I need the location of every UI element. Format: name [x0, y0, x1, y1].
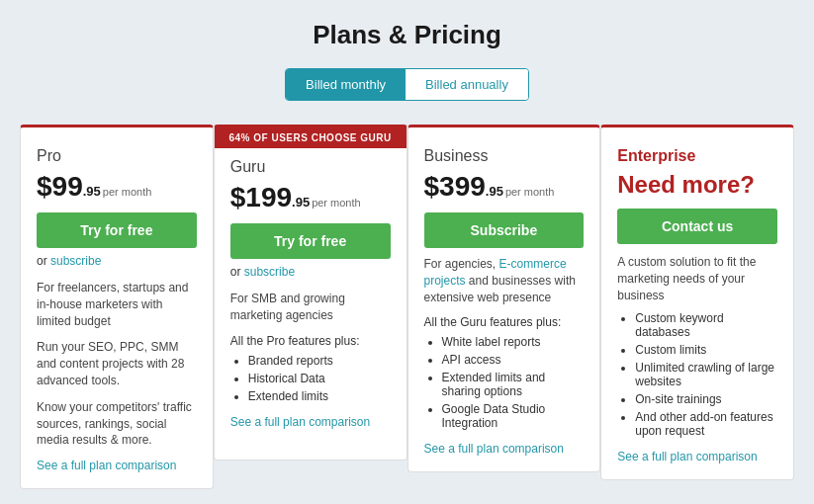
business-features-intro: All the Guru features plus: [424, 315, 585, 329]
guru-banner: 64% OF USERS CHOOSE GURU [215, 127, 407, 148]
price-whole-business: 399 [439, 171, 486, 203]
list-item: Extended limits [248, 389, 391, 403]
plan-card-business: Business $ 399 .95 per month Subscribe F… [407, 125, 601, 472]
list-item: Branded reports [248, 354, 391, 368]
pro-desc2: Run your SEO, PPC, SMM and content proje… [37, 339, 197, 388]
page-title: Plans & Pricing [313, 20, 501, 50]
guru-comparison-link[interactable]: See a full plan comparison [230, 415, 391, 429]
enterprise-features-list: Custom keyword databases Custom limits U… [617, 311, 777, 438]
plan-name-pro: Pro [37, 147, 197, 165]
price-row-pro: $ 99 .95 per month [37, 171, 197, 203]
pro-desc3: Know your competitors' traffic sources, … [37, 399, 197, 449]
billing-monthly-button[interactable]: Billed monthly [286, 69, 406, 100]
list-item: And other add-on features upon request [635, 410, 777, 438]
plan-card-enterprise: Enterprise Need more? Contact us A custo… [600, 125, 794, 480]
guru-desc: For SMB and growing marketing agencies [230, 291, 391, 324]
plan-card-guru: 64% OF USERS CHOOSE GURU Guru $ 199 .95 … [214, 125, 407, 461]
list-item: Historical Data [248, 372, 391, 385]
price-cents-pro: .95 [83, 184, 101, 199]
list-item: Custom limits [635, 343, 777, 357]
list-item: White label reports [442, 335, 585, 349]
price-symbol-pro: $ [37, 171, 52, 203]
list-item: On-site trainings [635, 392, 777, 406]
enterprise-need-more: Need more? [617, 171, 777, 199]
list-item: Custom keyword databases [635, 311, 777, 339]
business-desc: For agencies, E-commerce projects and bu… [424, 256, 585, 305]
price-symbol-business: $ [424, 171, 440, 203]
price-period-business: per month [505, 186, 555, 198]
business-subscribe-button[interactable]: Subscribe [424, 212, 585, 248]
list-item: Extended limits and sharing options [442, 371, 585, 398]
guru-subscribe-link[interactable]: subscribe [244, 265, 295, 279]
price-cents-business: .95 [486, 184, 503, 199]
guru-features-intro: All the Pro features plus: [230, 334, 391, 348]
business-features-list: White label reports API access Extended … [424, 335, 585, 430]
business-comparison-link[interactable]: See a full plan comparison [424, 442, 585, 456]
guru-try-button[interactable]: Try for free [230, 223, 391, 259]
guru-or-subscribe: or subscribe [230, 265, 391, 279]
plan-name-business: Business [424, 147, 585, 165]
plans-container: Pro $ 99 .95 per month Try for free or s… [20, 125, 794, 489]
price-cents-guru: .95 [292, 195, 310, 210]
enterprise-comparison-link[interactable]: See a full plan comparison [617, 450, 777, 463]
pro-subscribe-link[interactable]: subscribe [50, 254, 101, 268]
plan-name-enterprise: Enterprise [617, 147, 777, 165]
guru-features-list: Branded reports Historical Data Extended… [230, 354, 391, 403]
price-whole-guru: 199 [245, 182, 292, 213]
list-item: API access [442, 353, 585, 367]
price-row-guru: $ 199 .95 per month [230, 182, 391, 213]
price-period-guru: per month [312, 197, 361, 209]
enterprise-contact-button[interactable]: Contact us [617, 209, 777, 244]
list-item: Unlimited crawling of large websites [635, 361, 777, 388]
billing-toggle: Billed monthly Billed annually [285, 68, 529, 101]
price-period-pro: per month [103, 186, 152, 198]
enterprise-custom-desc: A custom solution to fit the marketing n… [617, 254, 777, 303]
billing-annually-button[interactable]: Billed annually [406, 69, 528, 100]
plan-name-guru: Guru [230, 158, 391, 176]
pro-or-subscribe: or subscribe [37, 254, 197, 268]
pro-desc1: For freelancers, startups and in-house m… [37, 280, 197, 329]
price-row-business: $ 399 .95 per month [424, 171, 585, 203]
pro-try-button[interactable]: Try for free [37, 212, 197, 248]
plan-card-pro: Pro $ 99 .95 per month Try for free or s… [20, 125, 214, 489]
pro-comparison-link[interactable]: See a full plan comparison [37, 459, 197, 472]
list-item: Google Data Studio Integration [442, 402, 585, 430]
price-symbol-guru: $ [230, 182, 246, 213]
price-whole-pro: 99 [52, 171, 83, 203]
